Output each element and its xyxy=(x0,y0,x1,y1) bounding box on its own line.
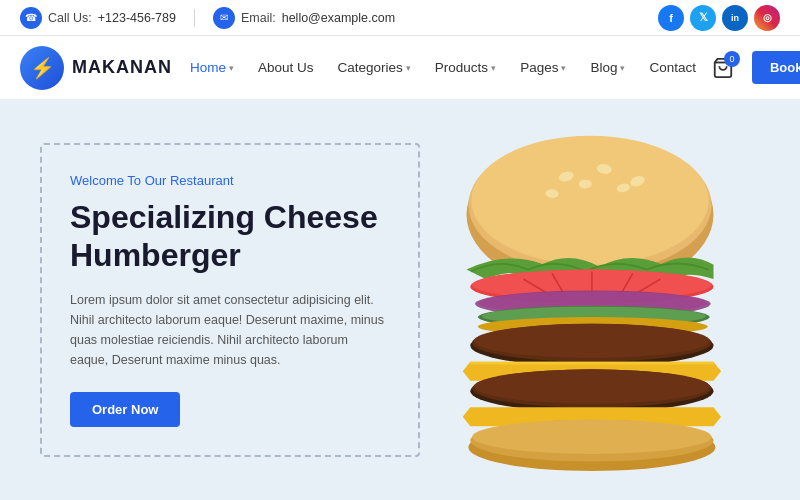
email-address[interactable]: hello@example.com xyxy=(282,11,395,25)
nav-products[interactable]: Products ▾ xyxy=(425,54,506,81)
top-bar-left: ☎ Call Us: +123-456-789 ✉ Email: hello@e… xyxy=(20,7,395,29)
nav-about-label: About Us xyxy=(258,60,314,75)
facebook-icon[interactable]: f xyxy=(658,5,684,31)
logo-text[interactable]: MAKANAN xyxy=(72,57,172,78)
nav-pages[interactable]: Pages ▾ xyxy=(510,54,576,81)
svg-point-3 xyxy=(471,136,709,265)
hero-content: Welcome To Our Restaurant Specializing C… xyxy=(40,143,420,458)
hero-dashed-box: Welcome To Our Restaurant Specializing C… xyxy=(40,143,420,458)
burger-image xyxy=(380,100,800,500)
top-bar: ☎ Call Us: +123-456-789 ✉ Email: hello@e… xyxy=(0,0,800,36)
social-links: f 𝕏 in ◎ xyxy=(658,5,780,31)
nav-home-label: Home xyxy=(190,60,226,75)
nav-blog-label: Blog xyxy=(590,60,617,75)
svg-point-30 xyxy=(472,420,711,454)
topbar-divider xyxy=(194,9,195,27)
svg-point-24 xyxy=(474,324,710,358)
phone-icon: ☎ xyxy=(20,7,42,29)
phone-number[interactable]: +123-456-789 xyxy=(98,11,176,25)
phone-contact: ☎ Call Us: +123-456-789 xyxy=(20,7,176,29)
hero-section: Welcome To Our Restaurant Specializing C… xyxy=(0,100,800,500)
nav-home[interactable]: Home ▾ xyxy=(180,54,244,81)
linkedin-icon[interactable]: in xyxy=(722,5,748,31)
hero-title: Specializing Cheese Humberger xyxy=(70,198,386,275)
email-label: Email: xyxy=(241,11,276,25)
phone-label: Call Us: xyxy=(48,11,92,25)
nav-about[interactable]: About Us xyxy=(248,54,324,81)
nav-contact[interactable]: Contact xyxy=(639,54,706,81)
chevron-down-icon: ▾ xyxy=(491,63,496,73)
burger-svg xyxy=(410,110,770,490)
order-now-button[interactable]: Order Now xyxy=(70,392,180,427)
logo-icon: ⚡ xyxy=(20,46,64,90)
nav-categories-label: Categories xyxy=(338,60,403,75)
email-contact: ✉ Email: hello@example.com xyxy=(213,7,395,29)
twitter-icon[interactable]: 𝕏 xyxy=(690,5,716,31)
nav-pages-label: Pages xyxy=(520,60,558,75)
nav-products-label: Products xyxy=(435,60,488,75)
nav-links: Home ▾ About Us Categories ▾ Products ▾ … xyxy=(180,54,706,81)
welcome-text: Welcome To Our Restaurant xyxy=(70,173,386,188)
chevron-down-icon: ▾ xyxy=(406,63,411,73)
chevron-down-icon: ▾ xyxy=(229,63,234,73)
chevron-down-icon: ▾ xyxy=(620,63,625,73)
svg-point-27 xyxy=(474,369,710,403)
cart-button[interactable]: 0 xyxy=(706,51,740,85)
nav-categories[interactable]: Categories ▾ xyxy=(328,54,421,81)
svg-point-9 xyxy=(579,180,592,189)
hero-description: Lorem ipsum dolor sit amet consectetur a… xyxy=(70,290,386,370)
book-table-button[interactable]: Book A Table xyxy=(752,51,800,84)
logo-area: ⚡ MAKANAN xyxy=(20,46,180,90)
nav-contact-label: Contact xyxy=(649,60,696,75)
nav-blog[interactable]: Blog ▾ xyxy=(580,54,635,81)
nav-right: 0 Book A Table xyxy=(706,51,800,85)
instagram-icon[interactable]: ◎ xyxy=(754,5,780,31)
chevron-down-icon: ▾ xyxy=(561,63,566,73)
navbar: ⚡ MAKANAN Home ▾ About Us Categories ▾ P… xyxy=(0,36,800,100)
cart-badge: 0 xyxy=(724,51,740,67)
email-icon: ✉ xyxy=(213,7,235,29)
